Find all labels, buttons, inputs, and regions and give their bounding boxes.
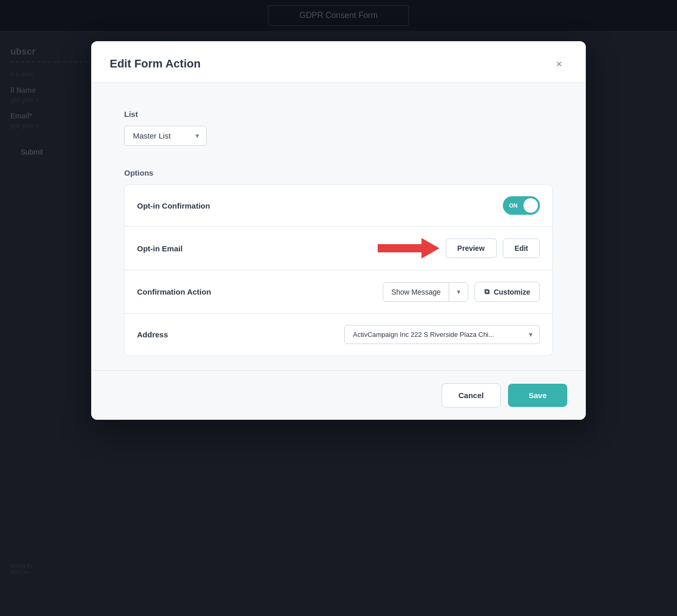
optin-confirmation-label: Opt-in Confirmation bbox=[137, 201, 210, 210]
customize-icon: ⧉ bbox=[484, 287, 489, 296]
toggle-on-label: ON bbox=[509, 202, 518, 209]
save-button[interactable]: Save bbox=[508, 384, 567, 407]
options-section-label: Options bbox=[124, 168, 553, 177]
red-arrow-container bbox=[378, 238, 439, 259]
address-label: Address bbox=[137, 330, 168, 339]
red-arrow-icon bbox=[378, 238, 439, 259]
list-section: List Master List ▼ bbox=[110, 97, 567, 158]
modal-body: List Master List ▼ Options Opt-in Confir… bbox=[91, 83, 586, 370]
toggle-circle bbox=[523, 198, 538, 213]
show-message-dropdown[interactable]: Show Message ▼ bbox=[383, 282, 469, 302]
confirmation-action-row: Confirmation Action Show Message ▼ ⧉ Cus… bbox=[125, 270, 552, 314]
address-select-wrapper: ActivCampaign Inc 222 S Riverside Plaza … bbox=[344, 325, 540, 344]
list-select[interactable]: Master List bbox=[124, 126, 207, 146]
edit-form-action-modal: Edit Form Action × List Master List ▼ Op… bbox=[91, 41, 586, 420]
customize-label: Customize bbox=[494, 288, 530, 296]
svg-marker-0 bbox=[378, 238, 439, 259]
show-message-label: Show Message bbox=[383, 283, 449, 301]
close-button[interactable]: × bbox=[551, 56, 567, 72]
modal-footer: Cancel Save bbox=[91, 370, 586, 420]
optin-email-label: Opt-in Email bbox=[137, 244, 182, 253]
optin-confirmation-row: Opt-in Confirmation ON bbox=[125, 185, 552, 227]
modal-header: Edit Form Action × bbox=[91, 41, 586, 83]
preview-button[interactable]: Preview bbox=[446, 238, 497, 258]
optin-email-row: Opt-in Email Preview Edit bbox=[125, 227, 552, 270]
edit-button[interactable]: Edit bbox=[503, 238, 540, 258]
options-inner-card: Opt-in Confirmation ON Opt-in Email bbox=[124, 184, 553, 356]
address-select[interactable]: ActivCampaign Inc 222 S Riverside Plaza … bbox=[344, 325, 540, 344]
list-section-label: List bbox=[124, 110, 553, 118]
optin-confirmation-toggle[interactable]: ON bbox=[503, 196, 540, 215]
customize-button[interactable]: ⧉ Customize bbox=[475, 282, 540, 302]
address-row: Address ActivCampaign Inc 222 S Riversid… bbox=[125, 314, 552, 355]
modal-title: Edit Form Action bbox=[110, 57, 200, 71]
cancel-button[interactable]: Cancel bbox=[442, 383, 501, 407]
optin-email-controls: Preview Edit bbox=[378, 238, 540, 259]
list-select-wrapper: Master List ▼ bbox=[124, 126, 207, 146]
confirmation-action-controls: Show Message ▼ ⧉ Customize bbox=[383, 282, 540, 302]
options-section: Options Opt-in Confirmation ON Opt-in Em… bbox=[110, 168, 567, 356]
show-message-chevron-icon: ▼ bbox=[449, 283, 468, 301]
confirmation-action-label: Confirmation Action bbox=[137, 287, 211, 296]
